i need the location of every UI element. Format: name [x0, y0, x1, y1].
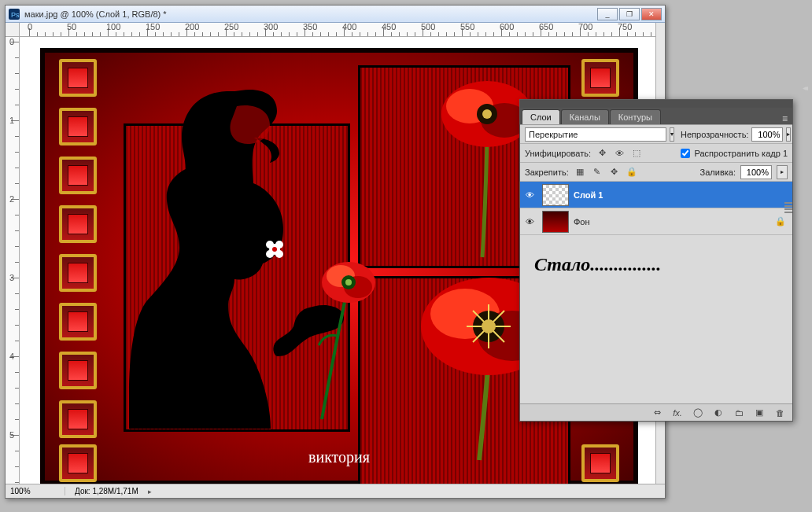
artwork-signature: виктория — [308, 448, 370, 466]
fill-label: Заливка: — [700, 168, 736, 177]
ornament-square — [59, 400, 97, 438]
tab-paths[interactable]: Контуры — [610, 109, 661, 124]
unify-label: Унифицировать: — [525, 149, 591, 158]
ornament-square — [59, 108, 97, 145]
svg-point-7 — [272, 247, 277, 252]
ornament-square — [59, 157, 97, 194]
opacity-input[interactable] — [751, 127, 783, 142]
lock-pixels-icon[interactable]: ✎ — [591, 166, 603, 179]
annotation-text: Стало............... — [520, 235, 792, 294]
ornament-square — [59, 352, 97, 389]
ornament-square — [59, 444, 97, 482]
lock-position-icon[interactable]: ✥ — [608, 166, 621, 179]
horizontal-ruler[interactable]: 0501001502002503003504004505005506006507… — [20, 23, 665, 37]
svg-point-5 — [266, 250, 274, 258]
group-icon[interactable]: 🗀 — [733, 407, 745, 419]
lock-label: Закрепить: — [525, 168, 569, 177]
blend-mode-select[interactable]: Перекрытие — [525, 127, 666, 142]
ornament-square — [59, 59, 97, 97]
unify-row: Унифицировать: ✥ 👁 ⬚ Распространить кадр… — [520, 144, 792, 163]
svg-point-30 — [482, 319, 496, 333]
window-controls: _ ❐ ✕ — [597, 8, 662, 20]
vertical-ruler[interactable]: 012345 — [6, 37, 20, 484]
panel-drag-handle[interactable] — [520, 100, 792, 108]
svg-point-3 — [266, 241, 274, 249]
close-button[interactable]: ✕ — [641, 8, 662, 20]
svg-text:Ps: Ps — [11, 11, 20, 19]
blend-opacity-row: Перекрытие ▾ Непрозрачность: ▸ — [520, 125, 792, 144]
adjustment-layer-icon[interactable]: ◐ — [712, 407, 725, 419]
stepper-icon[interactable]: ▸ — [786, 127, 791, 142]
ornament-square — [59, 254, 97, 292]
layer-fx-icon[interactable]: fx. — [671, 407, 684, 419]
visibility-toggle[interactable]: 👁 — [522, 190, 537, 200]
panel-tabs: Слои Каналы Контуры ≡ — [520, 108, 792, 125]
tri-icon[interactable]: ▸ — [148, 488, 152, 495]
panel-grip-icon[interactable] — [784, 202, 792, 215]
unify-position-icon[interactable]: ✥ — [596, 147, 608, 160]
layer-mask-icon[interactable]: ◯ — [692, 407, 704, 419]
panel-footer: ⇔ fx. ◯ ◐ 🗀 ▣ 🗑 — [520, 403, 792, 421]
lock-all-icon[interactable]: 🔒 — [626, 166, 638, 179]
svg-point-4 — [275, 241, 283, 249]
link-layers-icon[interactable]: ⇔ — [651, 407, 663, 419]
unify-style-icon[interactable]: ⬚ — [630, 147, 643, 160]
lock-fill-row: Закрепить: ▦ ✎ ✥ 🔒 Заливка: ▸ — [520, 163, 792, 182]
window-title: маки.jpg @ 100% (Слой 1, RGB/8) * — [24, 9, 597, 19]
layer-name[interactable]: Слой 1 — [574, 190, 603, 200]
visibility-toggle[interactable]: 👁 — [522, 217, 537, 227]
layer-name[interactable]: Фон — [574, 217, 590, 227]
svg-point-12 — [345, 279, 352, 285]
fill-input[interactable] — [740, 165, 772, 179]
ornament-square — [59, 205, 97, 243]
zoom-level[interactable]: 100% — [10, 487, 65, 495]
layer-row[interactable]: 👁 Фон 🔒 — [520, 208, 792, 235]
blend-mode-value: Перекрытие — [529, 130, 578, 139]
maximize-button[interactable]: ❐ — [619, 8, 640, 20]
propagate-frame-checkbox[interactable] — [681, 149, 690, 158]
panel-menu-icon[interactable]: ≡ — [777, 113, 792, 124]
minimize-button[interactable]: _ — [597, 8, 618, 20]
propagate-frame-label: Распространить кадр 1 — [695, 149, 788, 158]
layer-thumbnail[interactable] — [542, 184, 569, 206]
lock-icon: 🔒 — [775, 216, 786, 227]
ornament-square — [59, 303, 97, 341]
layers-list: 👁 Слой 1 👁 Фон 🔒 Стало............... — [520, 182, 792, 403]
status-bar: 100% Док: 1,28M/1,71M ▸ — [6, 484, 665, 498]
titlebar[interactable]: Ps маки.jpg @ 100% (Слой 1, RGB/8) * _ ❐… — [6, 6, 665, 23]
held-poppy — [301, 249, 396, 422]
collapse-panel-icon[interactable]: ◂◂ — [803, 83, 806, 92]
unify-visibility-icon[interactable]: 👁 — [613, 147, 626, 160]
doc-size: Док: 1,28M/1,71M — [75, 487, 138, 495]
tab-layers[interactable]: Слои — [522, 109, 560, 124]
svg-point-17 — [482, 109, 492, 119]
app-icon: Ps — [9, 9, 20, 20]
layer-row[interactable]: 👁 Слой 1 — [520, 182, 792, 208]
ruler-origin[interactable] — [6, 23, 20, 37]
lock-transparency-icon[interactable]: ▦ — [574, 166, 586, 179]
layers-panel[interactable]: Слои Каналы Контуры ≡ Перекрытие ▾ Непро… — [519, 99, 793, 422]
opacity-label: Непрозрачность: — [681, 130, 748, 139]
layer-thumbnail[interactable] — [542, 211, 569, 233]
ornament-square — [581, 444, 619, 482]
stepper-icon[interactable]: ▸ — [777, 165, 788, 179]
tab-channels[interactable]: Каналы — [561, 109, 609, 124]
delete-layer-icon[interactable]: 🗑 — [773, 407, 786, 419]
new-layer-icon[interactable]: ▣ — [753, 407, 766, 419]
svg-point-6 — [275, 250, 283, 258]
dropdown-icon[interactable]: ▾ — [670, 127, 674, 142]
ornament-square — [581, 59, 619, 97]
